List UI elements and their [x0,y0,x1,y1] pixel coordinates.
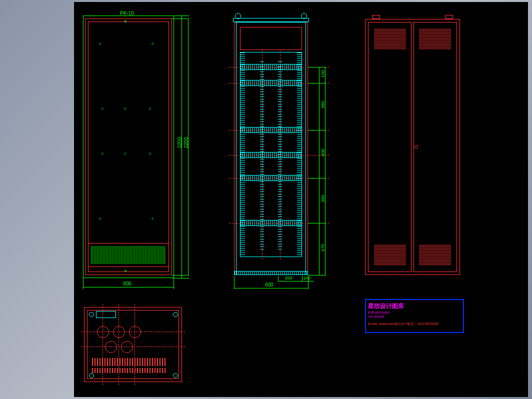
top-hole-2 [113,326,125,338]
dim-200: 200 [285,276,292,280]
rear-vent-bl [374,245,406,265]
dim-h400: 400 [320,149,326,156]
dim-800: 800 [123,281,132,286]
front-door-outline [88,22,169,272]
label-underline [83,16,174,16]
rear-handle [414,145,418,148]
dim-h380a: 380 [320,101,326,108]
dim-100w: 100 [303,276,310,280]
title-block: 星欣设计图库 联系 662229000 QQ: 662229 Email: so… [365,299,464,333]
dim-600: 600 [265,282,274,288]
front-vent-slots [91,246,166,264]
side-base [234,271,308,275]
dim-h475: 475 [320,244,326,252]
rear-door-left [368,22,412,272]
rear-bracket-r [445,15,453,19]
top-slots-2 [92,368,167,373]
dim-2200b: 2200 [184,137,189,148]
title-footer: Email: solarculsd@21cn 电话：18119020203 [368,322,461,326]
side-top-cap [233,18,309,22]
dim-h380b: 380 [320,195,326,202]
top-hole-3 [129,326,141,338]
top-hole-5 [121,341,133,353]
rear-bracket-l [372,15,380,19]
rear-vent-br [419,245,451,265]
rear-vent-tl [374,29,406,49]
dim-2200a: 2200 [177,137,182,148]
top-hole-4 [105,341,117,353]
title-main: 星欣设计图库 [368,302,461,310]
cad-canvas: PK-10 ⊕ ⊕ // // // // // // // // // // … [74,2,528,397]
top-hole-1 [97,326,109,338]
rear-door-right [414,22,457,272]
title-line1: 联系 662229000 [368,310,461,314]
title-line2: QQ: 662229 [368,314,461,318]
dim-line-800 [83,287,174,288]
top-bracket [96,311,116,318]
top-slots-1 [92,358,167,366]
dim-h100: 100 [320,70,326,78]
side-top-window [240,27,302,50]
rear-vent-tr [419,29,451,49]
